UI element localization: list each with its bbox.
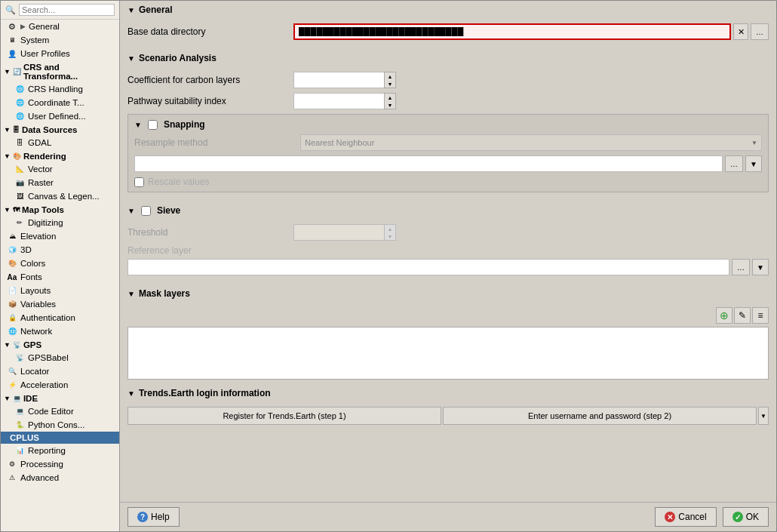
coefficient-value[interactable]: 1.0 [293, 72, 384, 88]
mask-toolbar: ⊕ ✎ ≡ [127, 307, 769, 324]
sidebar-item-coordinate[interactable]: 🌐 Coordinate T... [1, 96, 119, 109]
sidebar-item-fonts[interactable]: Aa Fonts [1, 270, 119, 284]
sidebar-item-vector[interactable]: 📐 Vector [1, 162, 119, 176]
sidebar-item-label: Vector [28, 165, 53, 174]
sidebar-item-elevation[interactable]: ⛰ Elevation [1, 229, 119, 243]
pathway-spinbutton[interactable]: ▲ ▼ [384, 93, 396, 109]
sidebar-item-canvas[interactable]: 🖼 Canvas & Legen... [1, 189, 119, 203]
help-icon: ? [137, 512, 148, 522]
sidebar-group-map-tools[interactable]: ▼ 🗺 Map Tools [1, 203, 119, 216]
sieve-checkbox[interactable] [141, 206, 151, 216]
browse-dir-button[interactable]: … [751, 23, 769, 40]
content-scroll[interactable]: ▼ General Base data directory ✕ … [120, 1, 776, 502]
rescale-label: Rescale values [148, 177, 209, 187]
spin-down-arrow[interactable]: ▼ [385, 232, 395, 240]
threshold-spinbutton[interactable]: ▲ ▼ [384, 224, 396, 241]
reference-browse-button[interactable]: … [732, 259, 750, 275]
sidebar-group-rendering[interactable]: ▼ 🎨 Rendering [1, 149, 119, 162]
spin-up-arrow[interactable]: ▲ [385, 225, 395, 232]
pathway-value[interactable]: 1.0 [293, 93, 384, 109]
snapping-browse-button[interactable]: … [725, 155, 743, 172]
sidebar-item-acceleration[interactable]: ⚡ Acceleration [1, 378, 119, 392]
threshold-value[interactable]: 10.00 [293, 224, 384, 241]
ok-button[interactable]: ✓ OK [723, 507, 769, 527]
resample-dropdown[interactable]: Nearest Neighbour ▼ [300, 134, 762, 151]
help-button[interactable]: ? Help [127, 507, 180, 527]
sidebar-group-ide[interactable]: ▼ 💻 IDE [1, 392, 119, 404]
sidebar-item-label: Authentication [20, 313, 75, 322]
base-data-dir-input[interactable] [293, 23, 731, 40]
coefficient-spinbutton[interactable]: ▲ ▼ [384, 72, 396, 88]
trends-section-header[interactable]: ▼ Trends.Earth login information [120, 384, 776, 402]
sidebar-item-advanced[interactable]: ⚠ Advanced [1, 471, 119, 484]
sidebar-group-crs[interactable]: ▼ 🔄 CRS and Transforma... [1, 60, 119, 82]
sidebar-item-reporting[interactable]: 📊 Reporting [1, 444, 119, 457]
spin-up-arrow[interactable]: ▲ [385, 94, 395, 101]
section-collapse-arrow: ▼ [127, 389, 135, 398]
mask-section-header[interactable]: ▼ Mask layers [120, 284, 776, 303]
mask-section-title: Mask layers [139, 288, 190, 299]
trends-username-button[interactable]: Enter username and password (step 2) [443, 407, 757, 425]
sidebar-item-cplus[interactable]: CPLUS [1, 432, 119, 444]
sidebar-item-label: Network [20, 327, 52, 336]
sidebar-item-general[interactable]: ⚙ ▶ General [1, 20, 119, 33]
sidebar-item-gpsbabel[interactable]: 📡 GPSBabel [1, 351, 119, 364]
sidebar-item-digitizing[interactable]: ✏ Digitizing [1, 216, 119, 229]
cancel-button[interactable]: ✕ Cancel [655, 507, 716, 527]
spin-down-arrow[interactable]: ▼ [385, 101, 395, 109]
spin-up-arrow[interactable]: ▲ [385, 72, 395, 80]
search-bar[interactable]: 🔍 [1, 1, 119, 20]
locator-icon: 🔍 [7, 366, 17, 377]
trends-register-button[interactable]: Register for Trends.Earth (step 1) [127, 407, 441, 425]
clear-dir-button[interactable]: ✕ [733, 23, 748, 40]
mask-remove-button[interactable]: ≡ [752, 307, 769, 324]
mask-edit-button[interactable]: ✎ [734, 307, 751, 324]
sidebar-group-gps[interactable]: ▼ 📡 GPS [1, 338, 119, 351]
sidebar-item-crs-handling[interactable]: 🌐 CRS Handling [1, 82, 119, 96]
spin-down-arrow[interactable]: ▼ [385, 80, 395, 88]
search-input[interactable] [19, 4, 115, 16]
3d-icon: 🧊 [7, 244, 17, 255]
snapping-header[interactable]: ▼ Snapping [134, 119, 762, 134]
sidebar-item-system[interactable]: 🖥 System [1, 33, 119, 47]
snapping-checkbox[interactable] [148, 120, 158, 130]
sieve-section: ▼ Sieve Threshold 10.00 ▲ ▼ [120, 201, 776, 284]
sidebar-item-label: Locator [20, 367, 49, 376]
collapse-arrow: ▼ [4, 126, 11, 134]
snapping-dropdown-btn[interactable]: ▼ [745, 155, 762, 172]
sidebar-group-data-sources[interactable]: ▼ 🗄 Data Sources [1, 123, 119, 136]
scenario-section-body: Coefficient for carbon layers 1.0 ▲ ▼ [120, 67, 776, 201]
sidebar-item-network[interactable]: 🌐 Network [1, 324, 119, 338]
sidebar-item-colors[interactable]: 🎨 Colors [1, 257, 119, 270]
python-icon: 🐍 [14, 420, 25, 430]
collapse-arrow: ▼ [4, 152, 11, 160]
sidebar-item-authentication[interactable]: 🔒 Authentication [1, 311, 119, 324]
sidebar-item-locator[interactable]: 🔍 Locator [1, 364, 119, 378]
sidebar-item-python[interactable]: 🐍 Python Cons... [1, 418, 119, 432]
reference-input[interactable] [127, 259, 729, 275]
sidebar-item-user-profiles[interactable]: 👤 User Profiles [1, 47, 119, 60]
vector-icon: 📐 [14, 164, 25, 174]
scenario-section-header[interactable]: ▼ Scenario Analysis [120, 49, 776, 67]
bottom-bar: ? Help ✕ Cancel ✓ OK [120, 502, 776, 531]
sidebar-item-3d[interactable]: 🧊 3D [1, 243, 119, 257]
sidebar-item-layouts[interactable]: 📄 Layouts [1, 284, 119, 297]
scenario-section-title: Scenario Analysis [139, 53, 217, 63]
sidebar-item-variables[interactable]: 📦 Variables [1, 297, 119, 311]
mask-add-button[interactable]: ⊕ [716, 307, 732, 324]
sidebar-item-user-defined[interactable]: 🌐 User Defined... [1, 109, 119, 123]
sidebar-item-gdal[interactable]: 🗄 GDAL [1, 136, 119, 149]
sidebar-item-label: Digitizing [28, 218, 63, 227]
sidebar-item-processing[interactable]: ⚙ Processing [1, 457, 119, 471]
system-icon: 🖥 [7, 35, 17, 45]
trends-scroll-btn[interactable]: ▼ [758, 407, 769, 425]
network-icon: 🌐 [7, 326, 17, 337]
general-section-header[interactable]: ▼ General [120, 1, 776, 19]
reference-dropdown-btn[interactable]: ▼ [752, 259, 769, 275]
sidebar-item-code-editor[interactable]: 💻 Code Editor [1, 404, 119, 418]
sieve-section-header[interactable]: ▼ Sieve [120, 201, 776, 220]
sidebar-item-raster[interactable]: 📷 Raster [1, 176, 119, 189]
sidebar-item-label: Processing [20, 460, 63, 469]
rescale-checkbox[interactable] [134, 177, 144, 187]
snapping-file-input[interactable] [134, 155, 723, 172]
